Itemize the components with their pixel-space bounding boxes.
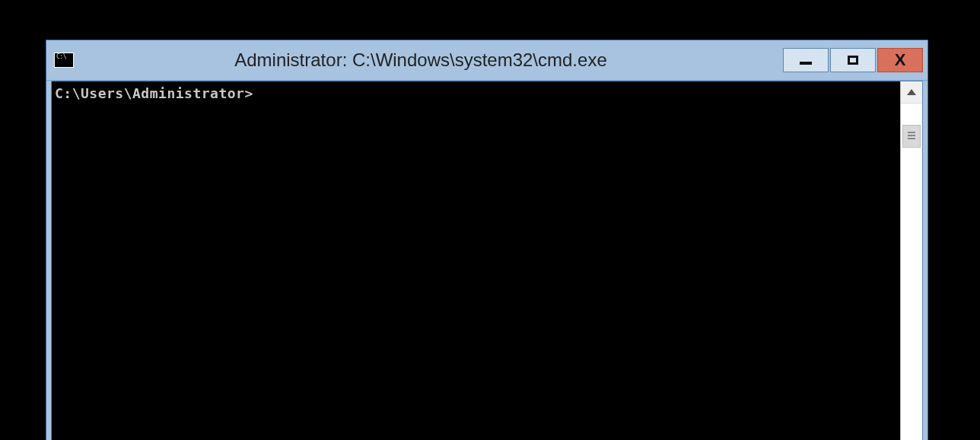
cursor [253, 86, 261, 98]
close-button[interactable]: X [877, 48, 923, 72]
window-controls: X [783, 48, 923, 72]
minimize-icon [800, 62, 812, 65]
title-bar[interactable]: Administrator: C:\Windows\system32\cmd.e… [46, 40, 928, 81]
minimize-button[interactable] [783, 48, 829, 72]
window-title: Administrator: C:\Windows\system32\cmd.e… [74, 49, 783, 71]
maximize-icon [848, 56, 858, 65]
scroll-up-button[interactable] [901, 81, 922, 104]
cmd-icon [54, 53, 74, 68]
desktop: Administrator: C:\Windows\system32\cmd.e… [0, 0, 980, 440]
scroll-thumb[interactable] [902, 125, 921, 148]
close-icon: X [895, 52, 906, 69]
scroll-track[interactable] [901, 104, 922, 440]
maximize-button[interactable] [830, 48, 876, 72]
vertical-scrollbar[interactable] [900, 81, 922, 440]
terminal-output[interactable]: C:\Users\Administrator> [52, 81, 900, 440]
client-area: C:\Users\Administrator> [51, 81, 923, 440]
cmd-window: Administrator: C:\Windows\system32\cmd.e… [46, 40, 928, 440]
prompt-text: C:\Users\Administrator> [55, 85, 253, 101]
